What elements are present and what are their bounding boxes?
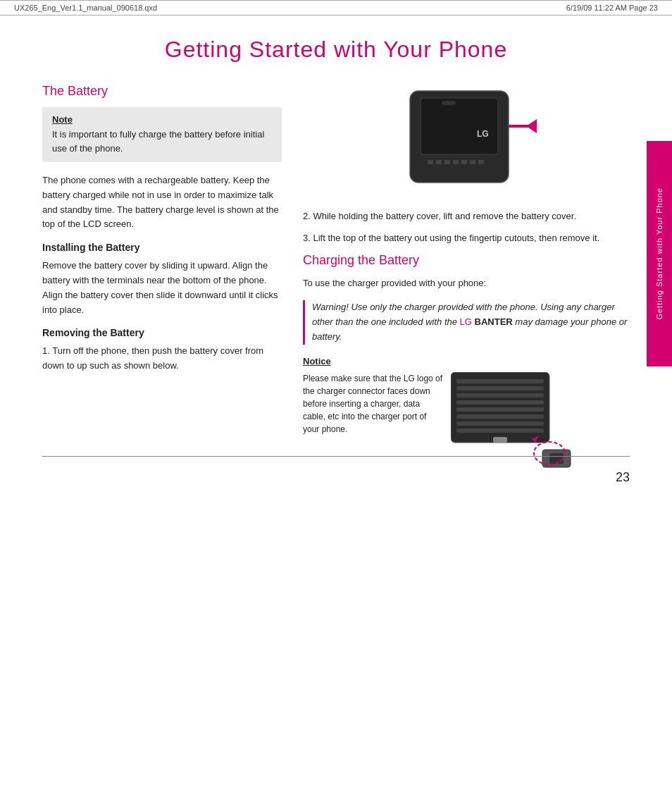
- header-filename: UX265_Eng_Ver1.1_manual_090618.qxd: [14, 4, 157, 12]
- step-3-text: 3. Lift the top of the battery out using…: [303, 231, 630, 246]
- right-column: LG 2. While holding the battery cover, l…: [303, 84, 630, 471]
- note-title: Note: [52, 114, 272, 125]
- installing-text: Remove the battery cover by sliding it u…: [42, 259, 282, 317]
- battery-intro-text: The phone comes with a rechargeable batt…: [42, 173, 282, 232]
- charging-intro: To use the charger provided with your ph…: [303, 276, 630, 291]
- note-text: It is important to fully charge the batt…: [52, 128, 272, 155]
- two-column-layout: The Battery Note It is important to full…: [42, 84, 630, 471]
- section-title-battery: The Battery: [42, 84, 282, 99]
- notice-section: Notice Please make sure that the LG logo…: [303, 356, 630, 471]
- svg-rect-7: [461, 160, 467, 164]
- svg-rect-14: [456, 379, 544, 383]
- phone-image-container: LG: [303, 84, 630, 202]
- svg-rect-19: [456, 414, 544, 419]
- svg-rect-9: [478, 160, 484, 164]
- phone-image: LG: [389, 84, 544, 200]
- removing-item-1: 1. Turn off the phone, then push the bat…: [42, 344, 282, 374]
- svg-rect-18: [456, 407, 544, 412]
- left-column: The Battery Note It is important to full…: [42, 84, 282, 381]
- svg-rect-2: [442, 101, 456, 105]
- warning-text: Warning! Use only the charger provided w…: [312, 300, 630, 344]
- page-title: Getting Started with Your Phone: [42, 37, 630, 63]
- svg-rect-5: [444, 160, 450, 164]
- svg-rect-22: [493, 437, 507, 443]
- right-sidebar: Getting Started with Your Phone: [647, 141, 672, 366]
- page-number: 23: [616, 470, 630, 485]
- svg-rect-4: [436, 160, 442, 164]
- svg-rect-3: [428, 160, 433, 164]
- brand-lg: LG: [460, 316, 472, 327]
- removing-heading: Removing the Battery: [42, 327, 282, 338]
- main-content: Getting Started with Your Phone The Batt…: [0, 16, 672, 499]
- svg-rect-24: [549, 453, 564, 464]
- svg-rect-20: [456, 421, 544, 426]
- notice-title: Notice: [303, 356, 630, 366]
- svg-rect-21: [456, 429, 544, 433]
- svg-text:LG: LG: [477, 129, 489, 139]
- sidebar-text: Getting Started with Your Phone: [655, 187, 664, 320]
- svg-rect-17: [456, 400, 544, 405]
- header-date: 6/19/09 11:22 AM Page 23: [566, 4, 658, 12]
- step-2-text: 2. While holding the battery cover, lift…: [303, 209, 630, 224]
- notice-text: Please make sure that the LG logo of the…: [303, 372, 444, 436]
- page-container: UX265_Eng_Ver1.1_manual_090618.qxd 6/19/…: [0, 0, 672, 807]
- svg-rect-1: [421, 98, 498, 154]
- svg-rect-6: [453, 160, 459, 164]
- svg-rect-16: [456, 393, 544, 398]
- page-header: UX265_Eng_Ver1.1_manual_090618.qxd 6/19/…: [0, 0, 672, 16]
- brand-name: BANTER: [475, 316, 513, 327]
- note-box: Note It is important to fully charge the…: [42, 107, 282, 162]
- installing-heading: Installing the Battery: [42, 242, 282, 253]
- bottom-divider: [42, 456, 630, 457]
- charging-heading: Charging the Battery: [303, 253, 630, 268]
- warning-block: Warning! Use only the charger provided w…: [303, 300, 630, 344]
- svg-rect-15: [456, 386, 544, 390]
- svg-rect-8: [470, 160, 475, 164]
